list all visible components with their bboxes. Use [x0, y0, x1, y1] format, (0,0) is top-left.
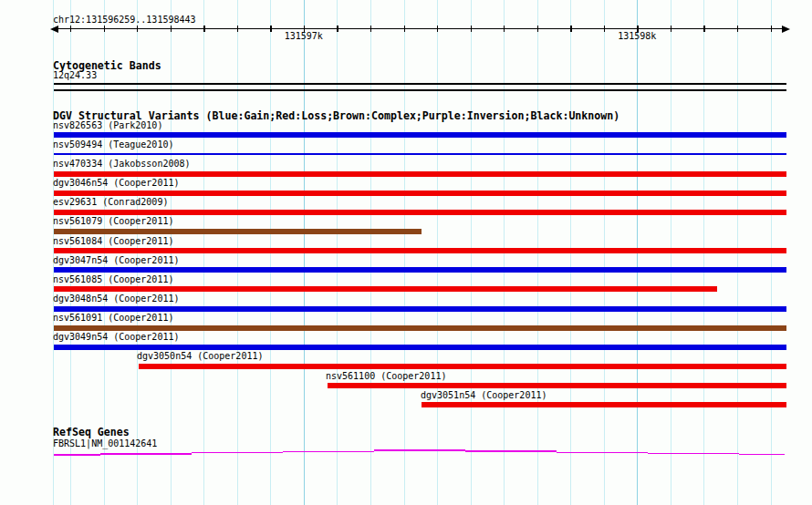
variant-label[interactable]: dgv3048n54 (Cooper2011): [53, 294, 179, 304]
cytoband-box: [54, 83, 786, 91]
ruler-tick: [404, 26, 405, 32]
ruler-tick: [437, 26, 438, 32]
ruler-tick: [270, 26, 271, 32]
variant-label[interactable]: dgv3046n54 (Cooper2011): [53, 178, 179, 188]
ruler-tick: [137, 26, 138, 32]
variant-label[interactable]: nsv561079 (Cooper2011): [53, 216, 173, 226]
gene-line-segment: [648, 453, 739, 455]
variant-bar[interactable]: [54, 306, 786, 312]
ruler-tick: [570, 26, 571, 32]
variant-bar[interactable]: [54, 345, 786, 350]
ruler-tick: [604, 26, 605, 32]
variant-label[interactable]: nsv561085 (Cooper2011): [53, 274, 173, 284]
gene-line-segment: [465, 450, 557, 452]
ruler-tick-label: 131598k: [618, 31, 656, 41]
ruler-tick: [370, 26, 371, 32]
ruler-tick: [471, 26, 472, 32]
ruler-tick: [771, 26, 772, 32]
variant-label[interactable]: nsv561100 (Cooper2011): [326, 371, 446, 381]
ruler-tick: [671, 26, 671, 32]
gene-line-segment: [100, 453, 192, 455]
variant-bar[interactable]: [422, 402, 786, 407]
ruler-tick: [504, 26, 505, 32]
variant-label[interactable]: dgv3049n54 (Cooper2011): [53, 332, 179, 342]
ruler-tick: [537, 26, 538, 32]
variant-label[interactable]: dgv3050n54 (Cooper2011): [137, 351, 263, 361]
gene-line-segment: [374, 449, 465, 451]
variant-bar[interactable]: [54, 325, 786, 331]
variant-bar[interactable]: [54, 153, 786, 155]
ruler-tick: [337, 26, 338, 32]
genome-browser-view: chr12:131596259..131598443 131597k131598…: [0, 0, 812, 505]
ruler-tick: [203, 26, 204, 32]
variant-bar[interactable]: [54, 132, 786, 138]
variant-bar[interactable]: [54, 267, 786, 273]
gene-line-segment: [557, 452, 648, 454]
variant-bar[interactable]: [54, 210, 786, 215]
variant-bar[interactable]: [139, 364, 786, 369]
gene-line-segment: [283, 451, 374, 453]
variant-label[interactable]: dgv3047n54 (Cooper2011): [53, 255, 179, 265]
variant-label[interactable]: nsv470334 (Jakobsson2008): [53, 159, 191, 169]
variant-label[interactable]: nsv826563 (Park2010): [53, 120, 162, 130]
refseq-section-title: RefSeq Genes: [53, 427, 130, 438]
variant-bar[interactable]: [54, 191, 786, 196]
variant-label[interactable]: nsv561091 (Cooper2011): [53, 313, 173, 323]
variant-label[interactable]: dgv3051n54 (Cooper2011): [421, 390, 547, 400]
ruler-axis-line: [54, 28, 786, 30]
arrow-right-icon: [782, 26, 790, 33]
ruler-tick: [171, 26, 172, 32]
ruler-tick: [70, 26, 71, 32]
gene-line-segment: [192, 452, 283, 454]
variant-label[interactable]: nsv509494 (Teague2010): [53, 139, 173, 149]
region-label: chr12:131596259..131598443: [53, 15, 196, 25]
variant-bar[interactable]: [54, 286, 717, 292]
ruler-tick: [703, 26, 704, 32]
variant-bar[interactable]: [54, 229, 422, 234]
arrow-left-icon: [50, 26, 58, 33]
ruler-tick: [237, 26, 238, 32]
ruler-tick: [737, 26, 738, 32]
ruler-tick-label: 131597k: [285, 31, 323, 41]
variant-bar[interactable]: [328, 383, 786, 388]
variant-label[interactable]: esv29631 (Conrad2009): [53, 197, 168, 207]
variant-bar[interactable]: [54, 248, 786, 253]
gene-line-segment: [54, 454, 100, 456]
cytoband-name: 12q24.33: [53, 70, 97, 80]
variant-bar[interactable]: [54, 171, 786, 177]
gene-line-segment: [739, 454, 785, 456]
refseq-gene-name: FBRSL1|NM_001142641: [53, 438, 157, 448]
variant-label[interactable]: nsv561084 (Cooper2011): [53, 236, 173, 246]
ruler-tick: [104, 26, 105, 32]
